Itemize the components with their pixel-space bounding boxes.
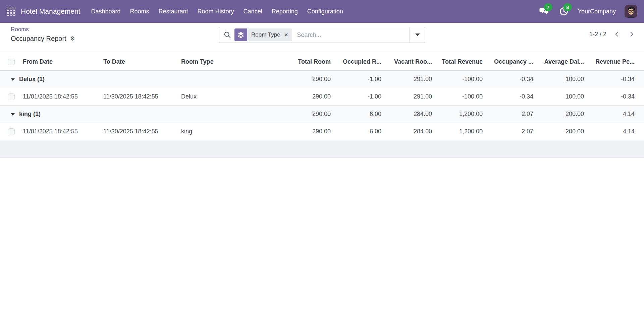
cell-occupied-r[interactable]: 6.00 [334, 123, 384, 140]
cell-room-type[interactable]: Delux [178, 88, 283, 106]
group-empty-cell [178, 71, 283, 88]
search-dropdown-toggle[interactable] [410, 27, 425, 43]
group-aggregate-total-room: 290.00 [283, 106, 334, 123]
cell-vacant-roo[interactable]: 291.00 [384, 88, 435, 106]
cell-to-date[interactable]: 11/30/2025 18:42:55 [101, 88, 178, 106]
column-header-from-date[interactable]: From Date [20, 53, 101, 71]
page-title: Occupancy Report [11, 34, 66, 43]
group-filler [638, 71, 644, 88]
nav-item-cancel[interactable]: Cancel [239, 0, 267, 23]
group-empty-cell [178, 106, 283, 123]
cell-occupancy[interactable]: 2.07 [486, 123, 536, 140]
column-header-revenue-pe[interactable]: Revenue Pe... [587, 53, 638, 71]
cell-total-revenue[interactable]: -100.00 [435, 88, 486, 106]
table-footer [0, 140, 644, 158]
group-aggregate-occupied-r: -1.00 [334, 71, 384, 88]
group-aggregate-revenue-pe: -0.34 [587, 71, 638, 88]
messages-button[interactable]: 7 [539, 6, 550, 17]
table-row[interactable]: 11/01/2025 18:42:5511/30/2025 18:42:55De… [0, 88, 644, 106]
group-toggle-caret-icon[interactable] [11, 113, 15, 116]
cell-total-revenue[interactable]: 1,200.00 [435, 123, 486, 140]
group-aggregate-revenue-pe: 4.14 [587, 106, 638, 123]
cell-revenue-pe[interactable]: -0.34 [587, 88, 638, 106]
table-row[interactable]: 11/01/2025 18:42:5511/30/2025 18:42:55ki… [0, 123, 644, 140]
pager-value[interactable]: 1-2 / 2 [589, 31, 606, 38]
cell-occupancy[interactable]: -0.34 [486, 88, 536, 106]
cell-revenue-pe[interactable]: 4.14 [587, 123, 638, 140]
column-header-total-room[interactable]: Total Room [283, 53, 334, 71]
search-input[interactable] [292, 31, 410, 39]
user-avatar[interactable] [625, 5, 637, 18]
group-aggregate-occupancy: 2.07 [486, 106, 536, 123]
gear-icon[interactable]: ⚙ [70, 36, 75, 42]
nav-item-dashboard[interactable]: Dashboard [86, 0, 125, 23]
cell-occupied-r[interactable]: -1.00 [334, 88, 384, 106]
table-footer-row [0, 140, 644, 158]
occupancy-report-table: From DateTo DateRoom TypeTotal RoomOccup… [0, 53, 644, 158]
row-checkbox-cell [0, 88, 20, 106]
cell-to-date[interactable]: 11/30/2025 18:42:55 [101, 123, 178, 140]
nav-item-rooms[interactable]: Rooms [125, 0, 154, 23]
search-icon [224, 31, 231, 39]
cell-vacant-roo[interactable]: 284.00 [384, 123, 435, 140]
column-header-total-revenue[interactable]: Total Revenue [435, 53, 486, 71]
search-bar: Room Type ✕ [219, 27, 425, 43]
group-aggregate-occupancy: -0.34 [486, 71, 536, 88]
cell-room-type[interactable]: king [178, 123, 283, 140]
company-name[interactable]: YourCompany [578, 8, 616, 15]
cell-total-room[interactable]: 290.00 [283, 88, 334, 106]
group-header-cell[interactable]: Delux (1) [0, 71, 101, 88]
group-label: king (1) [19, 111, 41, 117]
group-header-cell[interactable]: king (1) [0, 106, 101, 123]
chevron-left-icon [613, 30, 621, 38]
column-header-occupancy[interactable]: Occupancy ... [486, 53, 536, 71]
cell-average-dai[interactable]: 200.00 [536, 123, 587, 140]
row-checkbox[interactable] [8, 128, 15, 135]
select-all-checkbox[interactable] [8, 59, 15, 65]
row-filler [638, 123, 644, 140]
navbar-systray: 7 8 YourCompany [539, 5, 637, 18]
nav-item-room-history[interactable]: Room History [193, 0, 239, 23]
group-toggle-caret-icon[interactable] [11, 78, 15, 81]
group-label: Delux (1) [19, 76, 45, 82]
group-row-king-1[interactable]: king (1)290.006.00284.001,200.002.07200.… [0, 106, 644, 123]
pager-next-button[interactable] [625, 28, 637, 40]
messages-badge: 7 [544, 3, 552, 11]
layers-icon [234, 28, 247, 41]
app-switcher-button[interactable] [5, 5, 17, 18]
cell-from-date[interactable]: 11/01/2025 18:42:55 [20, 123, 101, 140]
cell-average-dai[interactable]: 100.00 [536, 88, 587, 106]
pager: 1-2 / 2 [589, 28, 637, 40]
facet-remove-icon[interactable]: ✕ [284, 33, 288, 38]
column-header-vacant-roo[interactable]: Vacant Roo... [384, 53, 435, 71]
facet-label: Room Type [251, 31, 280, 38]
cell-from-date[interactable]: 11/01/2025 18:42:55 [20, 88, 101, 106]
column-header-average-dai[interactable]: Average Dai... [536, 53, 587, 71]
header-filler [638, 53, 644, 71]
nav-item-reporting[interactable]: Reporting [267, 0, 303, 23]
group-empty-cell [101, 106, 178, 123]
select-all-header [0, 53, 20, 71]
app-brand-link[interactable]: Hotel Management [21, 7, 80, 15]
breadcrumb-rooms-link[interactable]: Rooms [11, 26, 29, 33]
activities-button[interactable]: 8 [558, 6, 569, 17]
group-aggregate-vacant-roo: 284.00 [384, 106, 435, 123]
column-header-room-type[interactable]: Room Type [178, 53, 283, 71]
pager-previous-button[interactable] [611, 28, 623, 40]
group-aggregate-occupied-r: 6.00 [334, 106, 384, 123]
main-menu: DashboardRoomsRestaurantRoom HistoryCanc… [86, 0, 347, 23]
nav-item-configuration[interactable]: Configuration [303, 0, 348, 23]
row-checkbox[interactable] [8, 93, 15, 100]
cell-total-room[interactable]: 290.00 [283, 123, 334, 140]
row-filler [638, 88, 644, 106]
column-header-to-date[interactable]: To Date [101, 53, 178, 71]
chevron-right-icon [627, 30, 635, 38]
group-aggregate-average-dai: 100.00 [536, 71, 587, 88]
top-navbar: Hotel Management DashboardRoomsRestauran… [0, 0, 644, 23]
nav-item-restaurant[interactable]: Restaurant [154, 0, 193, 23]
group-aggregate-total-room: 290.00 [283, 71, 334, 88]
group-row-delux-1[interactable]: Delux (1)290.00-1.00291.00-100.00-0.3410… [0, 71, 644, 88]
group-aggregate-total-revenue: -100.00 [435, 71, 486, 88]
activities-badge: 8 [564, 3, 572, 11]
column-header-occupied-r[interactable]: Occupied R... [334, 53, 384, 71]
